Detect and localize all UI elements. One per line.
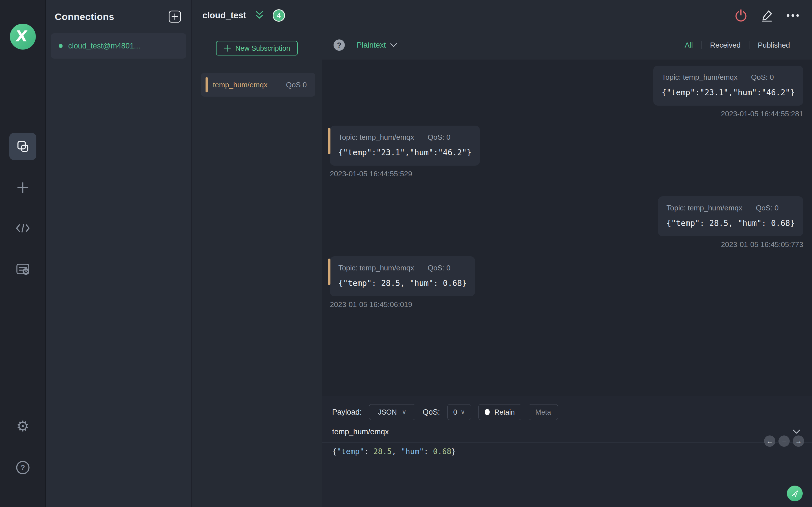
svg-text:?: ? bbox=[20, 463, 25, 472]
message-received: Topic: temp_hum/emqx QoS: 0 {"temp": 28.… bbox=[330, 256, 475, 309]
disconnect-power-button[interactable] bbox=[734, 9, 748, 22]
editor-token: : bbox=[424, 447, 433, 456]
sidebar-item-connections[interactable] bbox=[9, 133, 36, 160]
meta-button[interactable]: Meta bbox=[529, 404, 558, 420]
subscription-color-bar bbox=[206, 77, 208, 93]
chevron-down-icon: ∨ bbox=[402, 408, 406, 416]
message-timestamp: 2023-01-05 16:44:55:281 bbox=[653, 110, 803, 118]
message-filter-bar: ? Plaintext All Received Published bbox=[322, 31, 812, 59]
message-timestamp: 2023-01-05 16:44:55:529 bbox=[330, 170, 480, 178]
message-filter-tabs: All Received Published bbox=[676, 41, 799, 50]
sidebar-item-script[interactable] bbox=[15, 222, 31, 234]
add-connection-button[interactable] bbox=[168, 10, 181, 23]
message-topic: Topic: temp_hum/emqx bbox=[338, 264, 414, 272]
message-format-dropdown[interactable]: Plaintext bbox=[357, 41, 397, 50]
message-published: Topic: temp_hum/emqx QoS: 0 {"temp":"23.… bbox=[653, 66, 803, 118]
edit-connection-button[interactable] bbox=[760, 9, 774, 22]
help-icon[interactable]: ? bbox=[15, 460, 30, 475]
tab-all[interactable]: All bbox=[676, 41, 701, 50]
connection-header: cloud_test 4 bbox=[192, 0, 812, 31]
message-payload: {"temp":"23.1","hum":"46.2"} bbox=[338, 148, 471, 157]
message-format-value: Plaintext bbox=[357, 41, 386, 50]
qos-select[interactable]: 0 ∨ bbox=[448, 404, 471, 420]
message-bubble: Topic: temp_hum/emqx QoS: 0 {"temp": 28.… bbox=[658, 196, 803, 236]
new-subscription-label: New Subscription bbox=[236, 44, 290, 52]
subscription-item[interactable]: temp_hum/emqx QoS 0 bbox=[201, 73, 315, 97]
connection-list-item[interactable]: cloud_test@m4801... bbox=[51, 33, 186, 59]
message-qos: QoS: 0 bbox=[428, 133, 451, 142]
editor-token: 28.5 bbox=[373, 447, 392, 456]
qos-value: 0 bbox=[453, 408, 457, 416]
connection-name: cloud_test@m4801... bbox=[68, 42, 140, 50]
sidebar-item-new-connection[interactable] bbox=[15, 180, 30, 195]
editor-token: "temp" bbox=[337, 447, 364, 456]
tab-published[interactable]: Published bbox=[749, 41, 799, 50]
message-bubble: Topic: temp_hum/emqx QoS: 0 {"temp": 28.… bbox=[330, 256, 475, 296]
message-topic: Topic: temp_hum/emqx bbox=[338, 133, 414, 142]
topic-row bbox=[322, 422, 812, 438]
subscriptions-column: New Subscription temp_hum/emqx QoS 0 bbox=[192, 31, 322, 507]
payload-help-icon[interactable]: ? bbox=[334, 40, 345, 51]
connections-title: Connections bbox=[55, 11, 114, 22]
sidebar-item-log[interactable] bbox=[15, 263, 31, 277]
publish-panel: Payload: JSON ∨ QoS: 0 ∨ Retain bbox=[322, 396, 812, 507]
collapse-panel-icon[interactable] bbox=[253, 10, 265, 21]
message-qos: QoS: 0 bbox=[756, 204, 779, 212]
editor-token: "hum" bbox=[401, 447, 424, 456]
qos-label: QoS: bbox=[423, 408, 440, 416]
collapse-composer-icon[interactable] bbox=[792, 429, 801, 434]
message-received: Topic: temp_hum/emqx QoS: 0 {"temp":"23.… bbox=[330, 126, 480, 178]
payload-format-select[interactable]: JSON ∨ bbox=[369, 404, 415, 420]
settings-gear-icon[interactable]: ⚙ bbox=[16, 418, 29, 435]
payload-format-value: JSON bbox=[378, 408, 397, 416]
svg-text:X: X bbox=[15, 27, 28, 45]
message-column: ? Plaintext All Received Published bbox=[322, 31, 812, 507]
new-subscription-button[interactable]: New Subscription bbox=[216, 41, 298, 55]
editor-token: { bbox=[332, 447, 337, 456]
subscription-qos: QoS 0 bbox=[286, 80, 307, 89]
editor-token: 0.68 bbox=[433, 447, 451, 456]
message-payload: {"temp": 28.5, "hum": 0.68} bbox=[338, 279, 467, 288]
connections-header: Connections bbox=[46, 0, 192, 33]
paper-plane-icon bbox=[791, 489, 799, 498]
message-qos: QoS: 0 bbox=[751, 73, 774, 82]
message-topic: Topic: temp_hum/emqx bbox=[666, 204, 742, 212]
editor-token: , bbox=[392, 447, 401, 456]
more-options-button[interactable] bbox=[786, 13, 800, 17]
icon-rail: X bbox=[0, 0, 46, 507]
message-published: Topic: temp_hum/emqx QoS: 0 {"temp": 28.… bbox=[658, 196, 803, 249]
message-payload: {"temp":"23.1","hum":"46.2"} bbox=[662, 88, 795, 97]
meta-label: Meta bbox=[536, 408, 551, 416]
connection-title: cloud_test bbox=[202, 10, 246, 20]
payload-format-label: Payload: bbox=[332, 408, 362, 416]
message-bubble: Topic: temp_hum/emqx QoS: 0 {"temp":"23.… bbox=[653, 66, 803, 106]
chevron-down-icon bbox=[390, 43, 397, 47]
editor-token: : bbox=[364, 447, 373, 456]
payload-editor[interactable]: {"temp": 28.5, "hum": 0.68} bbox=[322, 443, 812, 456]
message-bubble: Topic: temp_hum/emqx QoS: 0 {"temp":"23.… bbox=[330, 126, 480, 166]
subscription-count-badge: 4 bbox=[273, 9, 285, 22]
chevron-down-icon: ∨ bbox=[461, 408, 465, 416]
connections-panel: Connections cloud_test@m4801... bbox=[46, 0, 192, 507]
topic-input[interactable] bbox=[332, 428, 792, 436]
message-timestamp: 2023-01-05 16:45:06:019 bbox=[330, 300, 475, 309]
message-timestamp: 2023-01-05 16:45:05:773 bbox=[658, 240, 803, 249]
history-remove-button[interactable]: − bbox=[778, 436, 790, 447]
subscription-color-bar bbox=[328, 128, 331, 154]
send-button[interactable] bbox=[787, 486, 803, 501]
subscription-topic: temp_hum/emqx bbox=[213, 80, 267, 89]
history-prev-button[interactable]: ← bbox=[764, 436, 775, 447]
subscription-color-bar bbox=[328, 259, 331, 285]
message-topic: Topic: temp_hum/emqx bbox=[662, 73, 738, 82]
main-area: cloud_test 4 bbox=[192, 0, 812, 507]
message-payload: {"temp": 28.5, "hum": 0.68} bbox=[666, 219, 795, 228]
tab-received[interactable]: Received bbox=[702, 41, 749, 50]
history-pager: ← − → bbox=[764, 436, 804, 447]
retain-label: Retain bbox=[494, 408, 515, 416]
retain-toggle[interactable]: Retain bbox=[478, 404, 521, 420]
mqttx-logo: X bbox=[10, 24, 36, 50]
retain-indicator bbox=[485, 409, 490, 415]
history-next-button[interactable]: → bbox=[793, 436, 804, 447]
editor-token: } bbox=[451, 447, 456, 456]
connection-status-dot bbox=[59, 44, 63, 48]
